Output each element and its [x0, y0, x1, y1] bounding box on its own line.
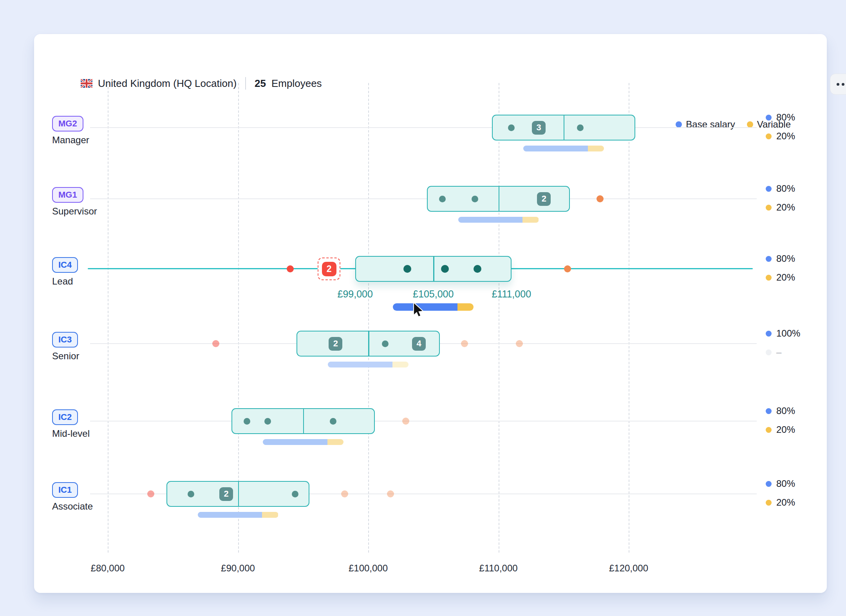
employee-dot[interactable] [577, 124, 584, 131]
pay-mix-bar[interactable] [458, 217, 539, 223]
row-label-ic2: IC2Mid-level [52, 409, 154, 439]
stat-label: 20% [776, 202, 795, 213]
outlier-cluster-badge[interactable]: 2 [322, 262, 336, 276]
employee-cluster-badge[interactable]: 2 [329, 337, 342, 351]
outlier-dot[interactable] [147, 490, 154, 497]
employee-dot[interactable] [403, 265, 411, 273]
outlier-dot[interactable] [402, 418, 409, 425]
employee-dot[interactable] [472, 196, 478, 202]
x-axis-tick-label: £100,000 [349, 563, 388, 574]
stat-dot-icon [766, 408, 772, 414]
stat-dot-icon [766, 256, 772, 262]
pay-mix-base-segment [458, 217, 523, 223]
stat-label: 20% [776, 131, 795, 142]
employee-cluster-badge[interactable]: 3 [532, 121, 546, 135]
pay-mix-bar[interactable] [523, 146, 604, 151]
pay-mix-stat: 20% [766, 131, 795, 142]
x-gridline [499, 83, 499, 553]
pay-mix-stat: 80% [766, 183, 795, 194]
pay-mix-variable-segment [522, 217, 539, 223]
pay-mix-base-segment [328, 362, 392, 367]
stat-label: 20% [776, 272, 795, 283]
band-midline [303, 409, 304, 433]
band-midline [499, 187, 500, 211]
outlier-dot[interactable] [341, 490, 348, 497]
row-label-mg1: MG1Supervisor [52, 187, 154, 217]
stat-dot-icon [766, 275, 772, 281]
employee-dot[interactable] [382, 340, 389, 347]
employee-dot[interactable] [508, 124, 515, 131]
employee-dot[interactable] [439, 196, 446, 202]
band-midline [368, 331, 369, 356]
stat-label: 80% [776, 183, 795, 194]
band-value-label-max: £111,000 [492, 288, 531, 300]
band-midline [238, 482, 239, 506]
salary-band-box-ic2[interactable] [231, 408, 375, 434]
outlier-dot[interactable] [516, 340, 523, 347]
pay-mix-variable-segment [262, 512, 278, 518]
outlier-dot[interactable] [461, 340, 468, 347]
level-badge-mg1: MG1 [52, 187, 83, 203]
row-label-ic3: IC3Senior [52, 332, 154, 362]
pay-mix-stat: 100% [766, 328, 800, 339]
outlier-dot[interactable] [212, 340, 219, 347]
x-axis-tick-label: £80,000 [91, 563, 125, 574]
stat-label: 20% [776, 424, 795, 435]
employee-dot[interactable] [188, 491, 194, 497]
pay-mix-bar[interactable] [393, 303, 474, 311]
pay-mix-bar[interactable] [263, 439, 343, 445]
salary-band-box-ic4[interactable] [355, 256, 512, 282]
role-label: Manager [52, 135, 154, 146]
employee-dot[interactable] [330, 418, 336, 425]
row-axis-line [90, 198, 757, 199]
stat-label: 80% [776, 405, 795, 416]
stat-label: – [776, 347, 781, 358]
employee-dot[interactable] [264, 418, 271, 425]
level-badge-ic2: IC2 [52, 409, 78, 425]
employee-cluster-badge[interactable]: 2 [219, 487, 233, 501]
employee-dot[interactable] [244, 418, 250, 425]
pay-mix-stat: 20% [766, 272, 795, 283]
stat-dot-icon [766, 133, 772, 139]
mouse-cursor [410, 301, 426, 319]
outlier-dot[interactable] [287, 265, 294, 272]
stat-dot-icon [766, 205, 772, 211]
outlier-dot[interactable] [387, 490, 394, 497]
stat-dot-icon [766, 481, 772, 487]
stat-dot-icon [766, 186, 772, 192]
band-midline [564, 115, 565, 140]
x-gridline [629, 83, 629, 553]
pay-mix-variable-segment [457, 303, 474, 311]
pay-mix-base-segment [198, 512, 262, 518]
pay-mix-variable-segment [392, 362, 409, 367]
employee-cluster-badge[interactable]: 4 [412, 337, 426, 351]
row-axis-line [90, 127, 757, 128]
x-axis-tick-label: £110,000 [479, 563, 517, 574]
pay-mix-bar[interactable] [198, 512, 278, 518]
band-value-label-min: £99,000 [338, 288, 373, 300]
stat-dot-icon [766, 331, 772, 337]
level-badge-ic1: IC1 [52, 482, 78, 498]
outlier-dot[interactable] [597, 195, 604, 202]
employee-cluster-badge[interactable]: 2 [537, 192, 551, 206]
row-axis-line [90, 421, 757, 421]
band-midline [433, 257, 434, 281]
pay-mix-variable-segment [327, 439, 343, 445]
level-badge-mg2: MG2 [52, 116, 83, 131]
role-label: Mid-level [52, 428, 154, 439]
role-label: Supervisor [52, 206, 154, 217]
pay-mix-variable-segment [588, 146, 604, 151]
pay-mix-stat: – [766, 347, 781, 358]
outlier-dot[interactable] [564, 265, 571, 272]
stat-dot-icon [766, 115, 772, 121]
pay-mix-bar[interactable] [328, 362, 409, 367]
row-label-ic1: IC1Associate [52, 482, 154, 512]
band-value-label-mid: £105,000 [413, 288, 454, 300]
stat-label: 20% [776, 497, 795, 508]
role-label: Senior [52, 351, 154, 362]
stat-dot-icon [766, 427, 772, 433]
stat-label: 80% [776, 112, 795, 123]
stat-label: 80% [776, 253, 795, 264]
employee-dot[interactable] [292, 491, 298, 497]
stat-dot-icon [766, 500, 772, 506]
